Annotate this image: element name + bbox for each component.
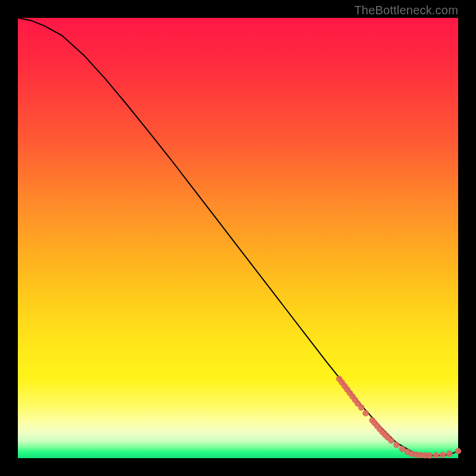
data-markers xyxy=(336,376,461,459)
data-marker xyxy=(389,437,394,443)
bottleneck-curve xyxy=(18,18,458,456)
chart-stage: TheBottleneck.com xyxy=(0,0,476,476)
data-marker xyxy=(440,452,446,458)
watermark-text: TheBottleneck.com xyxy=(354,4,458,17)
data-marker xyxy=(358,405,364,411)
data-marker xyxy=(363,411,369,416)
data-marker xyxy=(433,452,439,458)
data-marker xyxy=(446,451,452,457)
data-marker xyxy=(399,446,405,452)
plot-area xyxy=(18,18,458,458)
data-marker xyxy=(393,442,399,448)
chart-svg xyxy=(18,18,458,458)
data-marker xyxy=(455,448,461,454)
data-marker xyxy=(427,453,433,459)
